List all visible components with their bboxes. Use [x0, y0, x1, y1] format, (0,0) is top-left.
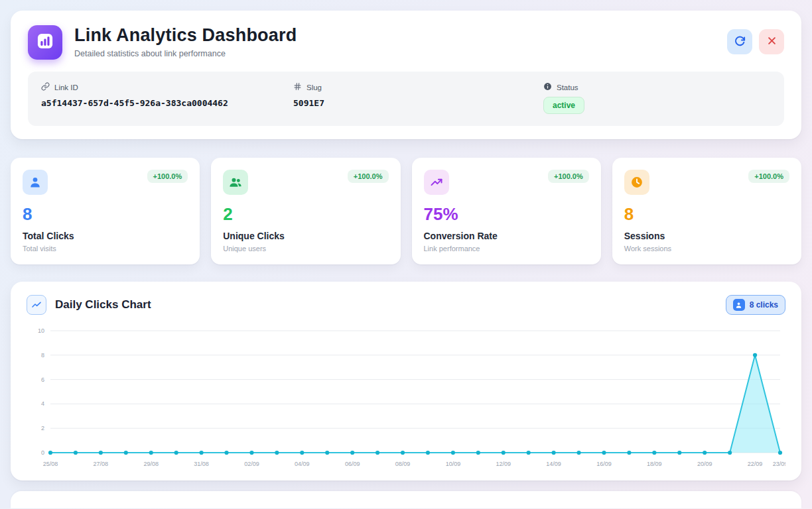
user-icon [23, 170, 48, 195]
refresh-icon [734, 35, 746, 49]
stat-card-unique-clicks: +100.0% 2 Unique Clicks Unique users [211, 158, 400, 264]
chart-header: Daily Clicks Chart 8 clicks [27, 295, 785, 315]
stat-card-sessions: +100.0% 8 Sessions Work sessions [612, 158, 801, 264]
refresh-button[interactable] [727, 29, 752, 54]
link-id-value: a5f14437-657d-45f5-926a-383ca0004462 [41, 98, 293, 108]
slug-field: Slug 5091E7 [293, 82, 543, 114]
header-titles: Link Analytics Dashboard Detailed statis… [74, 25, 727, 58]
svg-text:02/09: 02/09 [244, 461, 259, 467]
stat-value: 2 [223, 204, 388, 225]
trend-badge: +100.0% [748, 170, 789, 183]
info-icon [543, 82, 552, 92]
clicks-count-badge: 8 clicks [726, 295, 785, 315]
stat-value: 8 [23, 204, 188, 225]
svg-text:0: 0 [41, 449, 44, 456]
svg-text:08/09: 08/09 [395, 461, 411, 467]
stat-sublabel: Work sessions [624, 245, 789, 253]
stat-card-conversion-rate: +100.0% 75% Conversion Rate Link perform… [412, 158, 601, 264]
svg-text:04/09: 04/09 [295, 461, 310, 467]
slug-label: Slug [306, 84, 322, 91]
close-button[interactable] [759, 29, 784, 54]
link-id-field: Link ID a5f14437-657d-45f5-926a-383ca000… [41, 82, 293, 114]
status-field: Status active [543, 82, 771, 114]
status-label: Status [557, 84, 578, 91]
stat-sublabel: Link performance [424, 245, 589, 253]
stats-row: +100.0% 8 Total Clicks Total visits +100… [11, 158, 801, 264]
page-subtitle: Detailed statistics about link performan… [74, 49, 727, 58]
svg-text:8: 8 [41, 352, 44, 359]
trend-badge: +100.0% [348, 170, 389, 183]
chart-area: 024681025/0827/0829/0831/0802/0904/0906/… [27, 323, 785, 471]
daily-clicks-line-chart: 024681025/0827/0829/0831/0802/0904/0906/… [27, 323, 785, 471]
svg-text:6: 6 [41, 376, 44, 383]
stat-sublabel: Total visits [23, 245, 188, 253]
svg-text:27/08: 27/08 [94, 461, 109, 467]
svg-text:12/09: 12/09 [496, 461, 511, 467]
svg-text:2: 2 [41, 425, 44, 431]
status-badge: active [543, 97, 584, 114]
trending-up-icon [424, 170, 449, 195]
trend-line-icon [27, 295, 46, 315]
stat-sublabel: Unique users [223, 245, 388, 253]
slug-value: 5091E7 [293, 98, 543, 108]
trend-badge: +100.0% [548, 170, 589, 183]
svg-text:4: 4 [41, 400, 44, 407]
stat-label: Unique Clicks [223, 231, 388, 241]
partial-card [11, 491, 801, 508]
svg-text:06/09: 06/09 [345, 461, 360, 467]
svg-text:10: 10 [38, 327, 44, 334]
link-id-label: Link ID [54, 84, 78, 91]
header-card: Link Analytics Dashboard Detailed statis… [11, 11, 801, 139]
svg-text:22/09: 22/09 [748, 461, 763, 467]
chart-title: Daily Clicks Chart [55, 298, 726, 311]
stat-value: 8 [624, 204, 789, 225]
stat-label: Total Clicks [23, 231, 188, 241]
daily-clicks-chart-card: Daily Clicks Chart 8 clicks 024681025/08… [11, 282, 801, 481]
clicks-count-label: 8 clicks [750, 300, 778, 310]
svg-text:16/09: 16/09 [596, 461, 612, 467]
svg-text:29/08: 29/08 [143, 461, 159, 467]
stat-label: Sessions [624, 231, 789, 241]
stat-card-total-clicks: +100.0% 8 Total Clicks Total visits [11, 158, 200, 264]
header-actions [727, 25, 784, 54]
svg-text:18/09: 18/09 [647, 461, 662, 467]
app-logo [28, 25, 62, 60]
stat-label: Conversion Rate [424, 231, 589, 241]
svg-text:10/09: 10/09 [446, 461, 461, 467]
svg-text:23/09: 23/09 [773, 461, 785, 467]
svg-text:20/09: 20/09 [697, 461, 712, 467]
close-icon [767, 36, 777, 48]
link-icon [41, 82, 50, 92]
link-info-bar: Link ID a5f14437-657d-45f5-926a-383ca000… [28, 72, 784, 126]
svg-text:25/08: 25/08 [43, 461, 58, 467]
hash-icon [293, 82, 302, 92]
svg-text:14/09: 14/09 [546, 461, 561, 467]
users-icon [223, 170, 248, 195]
trend-badge: +100.0% [147, 170, 188, 183]
header-top: Link Analytics Dashboard Detailed statis… [28, 25, 784, 60]
user-icon [733, 299, 745, 311]
svg-text:31/08: 31/08 [194, 461, 209, 467]
stat-value: 75% [424, 204, 589, 225]
page-title: Link Analytics Dashboard [74, 25, 727, 46]
clock-icon [624, 170, 649, 195]
bar-chart-icon [36, 32, 54, 53]
